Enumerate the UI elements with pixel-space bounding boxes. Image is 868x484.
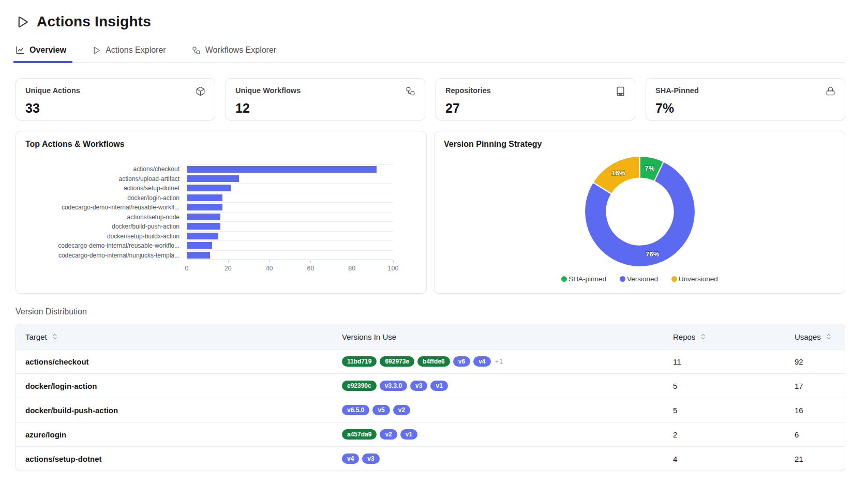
- top-actions-bar-chart: actions/checkoutactions/upload-artifacta…: [25, 164, 417, 276]
- legend-dot: [561, 276, 567, 282]
- bar: [187, 242, 212, 249]
- bar-row: actions/checkout: [25, 164, 417, 174]
- versions-cell: v6.5.0v5v2: [342, 405, 673, 415]
- target-cell: docker/build-push-action: [25, 406, 342, 415]
- bar-row: codecargo-demo-internal/reusable-workflo…: [25, 241, 417, 251]
- bar-track: [187, 232, 393, 241]
- sort-icon[interactable]: [699, 333, 707, 340]
- bar: [187, 233, 218, 239]
- version-badge: v5: [372, 405, 390, 415]
- bar-row: docker/setup-buildx-action: [25, 232, 417, 241]
- sort-icon[interactable]: [51, 333, 58, 340]
- table-row[interactable]: actions/checkout11bd719692973eb4ffde6v6v…: [16, 349, 845, 373]
- play-icon: [16, 15, 29, 29]
- version-badge: v2: [393, 405, 410, 415]
- stat-value: 12: [235, 101, 415, 116]
- stat-label: SHA-Pinned: [655, 86, 699, 95]
- tab-workflows-explorer[interactable]: Workflows Explorer: [192, 46, 279, 62]
- bar-category-label: codecargo-demo-internal/nunjucks-templa.…: [25, 251, 187, 261]
- legend-dot: [620, 276, 625, 282]
- actions-insights-page: Actions Insights Overview Actions Explor…: [0, 0, 857, 471]
- usages-cell: 6: [795, 430, 835, 439]
- stat-value: 7%: [655, 101, 835, 116]
- tab-actions-explorer[interactable]: Actions Explorer: [92, 46, 168, 62]
- sha-badge: a457da9: [342, 429, 377, 440]
- version-pinning-card: Version Pinning Strategy 7%76%16% SHA-pi…: [434, 131, 845, 294]
- target-cell: actions/setup-dotnet: [25, 455, 342, 463]
- bar-category-label: actions/setup-dotnet: [25, 184, 187, 193]
- column-label: Usages: [795, 332, 821, 341]
- bar: [187, 204, 222, 210]
- version-badge: v3: [410, 381, 427, 391]
- repos-cell: 5: [673, 406, 795, 415]
- bar-category-label: actions/setup-node: [25, 213, 187, 222]
- table-row[interactable]: docker/login-actione92390cv3.3.0v3v1517: [16, 373, 845, 398]
- x-tick-label: 20: [225, 265, 232, 272]
- usages-cell: 21: [795, 455, 835, 463]
- legend-item-unversioned: Unversioned: [671, 275, 718, 283]
- bar-row: actions/upload-artifact: [25, 174, 417, 184]
- donut-slice-label: 7%: [645, 164, 654, 172]
- target-cell: docker/login-action: [25, 382, 342, 390]
- bar: [187, 214, 220, 220]
- version-badge: v1: [400, 429, 417, 440]
- version-badge: v3.3.0: [380, 381, 407, 391]
- stat-value: 27: [445, 101, 625, 116]
- bar-track: [187, 184, 393, 193]
- table-body: actions/checkout11bd719692973eb4ffde6v6v…: [16, 349, 845, 471]
- charts-row: Top Actions & Workflows actions/checkout…: [16, 131, 845, 294]
- version-badge: v1: [430, 381, 447, 391]
- page-title: Actions Insights: [37, 13, 151, 30]
- sha-badge: 692973e: [380, 356, 414, 367]
- version-badge: v3: [362, 453, 379, 464]
- bar: [187, 175, 239, 182]
- stat-value: 33: [25, 101, 205, 116]
- bar-category-label: codecargo-demo-internal/reusable-workfl.…: [25, 203, 187, 213]
- bar-row: docker/build-push-action: [25, 222, 417, 232]
- donut-chart-title: Version Pinning Strategy: [444, 140, 835, 149]
- column-header-target[interactable]: Target: [25, 332, 342, 341]
- donut-slice-label: 76%: [645, 250, 659, 258]
- sort-icon[interactable]: [825, 333, 832, 340]
- column-label: Target: [25, 332, 47, 341]
- page-header: Actions Insights: [16, 13, 845, 30]
- stat-card-unique-actions: Unique Actions 33: [16, 78, 215, 120]
- table-row[interactable]: actions/setup-dotnetv4v3421: [16, 446, 845, 471]
- donut-slice-label: 16%: [611, 169, 625, 177]
- repos-cell: 2: [673, 430, 795, 439]
- x-tick-mark: [352, 260, 352, 263]
- table-header: Target Versions In Use Repos Usages: [16, 324, 845, 349]
- bar-track: [187, 241, 393, 251]
- stat-card-unique-workflows: Unique Workflows 12: [226, 78, 425, 120]
- table-row[interactable]: azure/logina457da9v2v126: [16, 422, 845, 446]
- bar-track: [187, 222, 393, 232]
- axis-spacer: [25, 260, 187, 276]
- bar-category-label: codecargo-demo-internal/reusable-workflo…: [25, 241, 187, 251]
- repos-cell: 5: [673, 382, 795, 390]
- column-header-repos[interactable]: Repos: [673, 332, 795, 341]
- tab-overview[interactable]: Overview: [16, 46, 68, 62]
- tab-label: Overview: [29, 46, 66, 55]
- legend-dot: [671, 276, 677, 282]
- tab-label: Actions Explorer: [106, 46, 166, 55]
- bar-row: actions/setup-node: [25, 213, 417, 222]
- usages-cell: 92: [795, 357, 835, 366]
- x-tick-mark: [228, 260, 229, 263]
- bar-category-label: docker/login-action: [25, 193, 187, 203]
- bar: [187, 252, 210, 259]
- stat-label: Unique Actions: [25, 86, 80, 95]
- x-tick-label: 100: [388, 265, 399, 272]
- repos-cell: 11: [673, 357, 795, 366]
- bar: [187, 194, 222, 201]
- table-row[interactable]: docker/build-push-actionv6.5.0v5v2516: [16, 398, 845, 422]
- x-axis: 020406080100: [187, 260, 393, 276]
- bar-row: codecargo-demo-internal/nunjucks-templa.…: [25, 251, 417, 261]
- bar: [187, 185, 231, 191]
- package-icon: [196, 86, 205, 98]
- x-tick-mark: [187, 260, 187, 263]
- column-header-usages[interactable]: Usages: [795, 332, 835, 341]
- x-tick-mark: [393, 260, 394, 263]
- x-tick-label: 60: [307, 265, 314, 272]
- bar-row: codecargo-demo-internal/reusable-workfl.…: [25, 203, 417, 213]
- target-cell: actions/checkout: [25, 357, 342, 366]
